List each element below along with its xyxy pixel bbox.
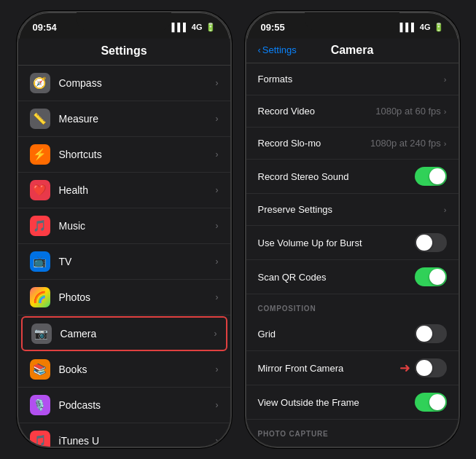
formats-chevron: › <box>444 75 447 84</box>
settings-title: Settings <box>18 39 230 66</box>
volume-burst-toggle[interactable] <box>415 233 447 252</box>
camera-label: Camera <box>61 328 214 340</box>
camera-item-record-stereo[interactable]: Record Stereo Sound <box>246 160 459 194</box>
shortcuts-label: Shortcuts <box>59 149 216 160</box>
phone-camera: 09:55 ▌▌▌ 4G 🔋 ‹ Settings Camera Formats <box>245 11 460 448</box>
music-chevron: › <box>216 221 219 231</box>
battery-1: 🔋 <box>206 23 216 32</box>
compass-icon: 🧭 <box>30 73 50 93</box>
preserve-chevron: › <box>444 205 447 214</box>
books-label: Books <box>59 364 216 375</box>
books-icon: 📚 <box>30 359 50 380</box>
tv-chevron: › <box>216 256 219 267</box>
settings-item-photos[interactable]: 🌈 Photos › <box>18 280 230 315</box>
podcasts-label: Podcasts <box>59 399 216 411</box>
measure-label: Measure <box>59 113 216 125</box>
camera-chevron: › <box>214 329 217 339</box>
settings-item-tv[interactable]: 📺 TV › <box>18 244 230 280</box>
record-video-text: 1080p at 60 fps <box>375 106 441 117</box>
preserve-label: Preserve Settings <box>258 204 333 215</box>
view-outside-toggle[interactable] <box>415 393 447 412</box>
camera-screen: ‹ Settings Camera Formats › Record Video… <box>246 39 459 447</box>
time-2: 09:55 <box>261 22 285 33</box>
itunes-chevron: › <box>216 436 219 446</box>
grid-toggle[interactable] <box>415 324 447 343</box>
record-stereo-label: Record Stereo Sound <box>258 171 349 182</box>
settings-item-measure[interactable]: 📏 Measure › <box>18 101 230 137</box>
settings-item-music[interactable]: 🎵 Music › <box>18 208 230 244</box>
record-video-value: 1080p at 60 fps › <box>375 106 446 117</box>
itunes-label: iTunes U <box>59 435 216 447</box>
camera-item-record-slomo[interactable]: Record Slo-mo 1080p at 240 fps › <box>246 128 459 160</box>
record-slomo-chevron: › <box>444 139 447 148</box>
health-label: Health <box>59 184 216 196</box>
compass-chevron: › <box>216 78 219 88</box>
mirror-front-label: Mirror Front Camera <box>258 363 344 374</box>
phone-settings: 09:54 ▌▌▌ 4G 🔋 Settings 🧭 Compass › 📏 Me… <box>17 11 232 448</box>
podcasts-chevron: › <box>216 400 219 410</box>
settings-item-camera[interactable]: 📷 Camera › <box>21 316 227 351</box>
formats-label: Formats <box>258 74 293 85</box>
camera-item-view-outside[interactable]: View Outside the Frame <box>246 385 459 420</box>
camera-header: ‹ Settings Camera <box>246 39 459 63</box>
time-1: 09:54 <box>33 22 57 33</box>
camera-item-preserve[interactable]: Preserve Settings › <box>246 194 459 226</box>
music-icon: 🎵 <box>30 216 50 236</box>
phones-container: 09:54 ▌▌▌ 4G 🔋 Settings 🧭 Compass › 📏 Me… <box>9 4 467 455</box>
back-chevron-icon: ‹ <box>258 44 261 55</box>
photos-icon: 🌈 <box>30 287 50 307</box>
mirror-front-toggle[interactable] <box>415 358 447 377</box>
signal-2: ▌▌▌ 4G 🔋 <box>399 23 443 32</box>
record-slomo-value: 1080p at 240 fps › <box>370 138 447 149</box>
camera-item-faster-shoot[interactable]: Prioritise Faster Shooting <box>246 442 459 447</box>
compass-label: Compass <box>59 77 216 89</box>
settings-screen: Settings 🧭 Compass › 📏 Measure › ⚡ Short… <box>18 39 230 447</box>
camera-settings-list: Formats › Record Video 1080p at 60 fps ›… <box>246 63 459 447</box>
settings-item-shortcuts[interactable]: ⚡ Shortcuts › <box>18 137 230 173</box>
podcasts-icon: 🎙️ <box>30 395 50 415</box>
camera-item-record-video[interactable]: Record Video 1080p at 60 fps › <box>246 95 459 128</box>
camera-item-mirror-front[interactable]: Mirror Front Camera ➜ <box>246 351 459 385</box>
battery-2: 🔋 <box>434 23 444 32</box>
grid-label: Grid <box>258 329 276 340</box>
health-icon: ❤️ <box>30 180 50 200</box>
shortcuts-icon: ⚡ <box>30 144 50 165</box>
record-slomo-label: Record Slo-mo <box>258 138 321 149</box>
record-video-chevron: › <box>444 107 447 116</box>
scan-qr-toggle[interactable] <box>415 267 447 286</box>
settings-item-itunes[interactable]: 🎵 iTunes U › <box>18 423 230 447</box>
photos-label: Photos <box>59 291 216 303</box>
section-photo-capture: PHOTO CAPTURE <box>246 420 459 442</box>
camera-item-volume-burst[interactable]: Use Volume Up for Burst <box>246 226 459 260</box>
back-label: Settings <box>262 44 297 55</box>
music-label: Music <box>59 220 216 232</box>
camera-item-scan-qr[interactable]: Scan QR Codes <box>246 260 459 294</box>
settings-item-books[interactable]: 📚 Books › <box>18 352 230 388</box>
photos-chevron: › <box>216 292 219 302</box>
record-slomo-text: 1080p at 240 fps <box>370 138 441 149</box>
record-video-label: Record Video <box>258 106 316 117</box>
scan-qr-label: Scan QR Codes <box>258 272 327 283</box>
red-arrow-icon: ➜ <box>399 360 410 376</box>
camera-item-formats[interactable]: Formats › <box>246 63 459 95</box>
preserve-value: › <box>444 205 447 214</box>
notch-2 <box>305 12 399 31</box>
volume-burst-label: Use Volume Up for Burst <box>258 238 362 248</box>
signal-1: ▌▌▌ 4G 🔋 <box>171 23 215 32</box>
formats-value: › <box>444 75 447 84</box>
health-chevron: › <box>216 185 219 195</box>
signal-bars-1: ▌▌▌ <box>171 23 188 31</box>
settings-item-health[interactable]: ❤️ Health › <box>18 173 230 208</box>
tv-label: TV <box>59 256 216 267</box>
camera-screen-title: Camera <box>331 44 374 57</box>
section-composition: COMPOSITION <box>246 294 459 317</box>
camera-icon: 📷 <box>31 323 52 344</box>
back-button[interactable]: ‹ Settings <box>258 44 297 55</box>
camera-item-grid[interactable]: Grid <box>246 317 459 351</box>
signal-bars-2: ▌▌▌ <box>399 23 416 31</box>
network-type-2: 4G <box>420 23 431 31</box>
measure-icon: 📏 <box>30 109 50 129</box>
record-stereo-toggle[interactable] <box>415 167 447 186</box>
settings-item-compass[interactable]: 🧭 Compass › <box>18 66 230 101</box>
settings-item-podcasts[interactable]: 🎙️ Podcasts › <box>18 388 230 423</box>
